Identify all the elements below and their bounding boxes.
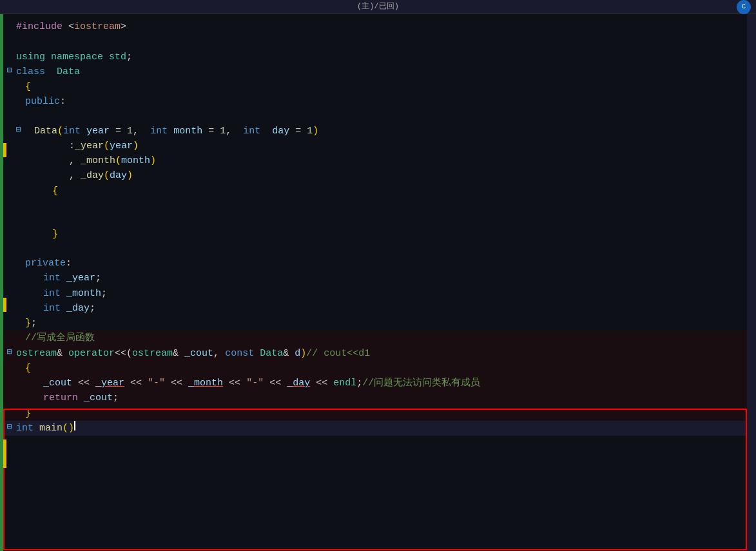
text-cursor	[74, 421, 75, 430]
editor-container: (主)/已回) C #include <iostream> using name…	[0, 0, 756, 551]
top-bar-icon-label: C	[742, 2, 746, 12]
code-line-16	[0, 242, 756, 256]
yellow-marker-1	[3, 143, 6, 157]
code-line-21: };	[0, 316, 756, 331]
fold-class[interactable]: ⊟	[3, 64, 16, 77]
yellow-marker-2	[3, 298, 6, 312]
code-line-15: }	[0, 227, 756, 242]
code-line-11: , _day(day)	[0, 168, 756, 183]
code-line-10: , _month(month)	[0, 153, 756, 168]
code-line-17: private:	[0, 256, 756, 271]
code-line-8: ⊟ Data(int year = 1, int month = 1, int …	[0, 124, 756, 139]
code-line-1: #include <iostream>	[0, 19, 756, 34]
code-line-6: public:	[0, 94, 756, 109]
scrollbar[interactable]	[747, 14, 756, 551]
fold-main[interactable]: ⊟	[3, 421, 16, 434]
code-area[interactable]: #include <iostream> using namespace std;…	[0, 14, 756, 551]
yellow-marker-3	[3, 440, 6, 468]
code-line-25: _cout << _year << "-" << _month << "-" <…	[0, 376, 756, 391]
left-green-bar	[0, 14, 3, 551]
code-line-12: {	[0, 184, 756, 198]
hash-symbol: #include	[16, 19, 68, 34]
code-line-5: {	[0, 79, 756, 94]
code-line-23: ⊟ ostream& operator<<(ostream& _cout, co…	[0, 346, 756, 361]
code-line-7	[0, 110, 756, 124]
code-line-13	[0, 198, 756, 213]
code-line-2	[0, 34, 756, 49]
code-line-9: :_year(year)	[0, 139, 756, 153]
code-line-24: {	[0, 361, 756, 376]
code-line-26: return _cout;	[0, 391, 756, 405]
code-line-14	[0, 213, 756, 227]
code-line-3: using namespace std;	[0, 50, 756, 64]
fold-constructor[interactable]: ⊟	[12, 124, 25, 137]
code-line-28: ⊟ int main()	[0, 421, 756, 436]
code-line-18: int _year;	[0, 271, 756, 285]
top-bar: (主)/已回) C	[0, 0, 756, 14]
code-line-4: ⊟ class Data	[0, 64, 756, 79]
fold-operator[interactable]: ⊟	[3, 346, 16, 359]
code-line-19: int _month;	[0, 286, 756, 301]
code-line-20: int _day;	[0, 301, 756, 316]
top-bar-title: (主)/已回)	[357, 1, 399, 13]
top-bar-icon: C	[737, 0, 751, 14]
code-line-22: //写成全局函数	[0, 331, 756, 345]
code-line-27: }	[0, 406, 756, 421]
